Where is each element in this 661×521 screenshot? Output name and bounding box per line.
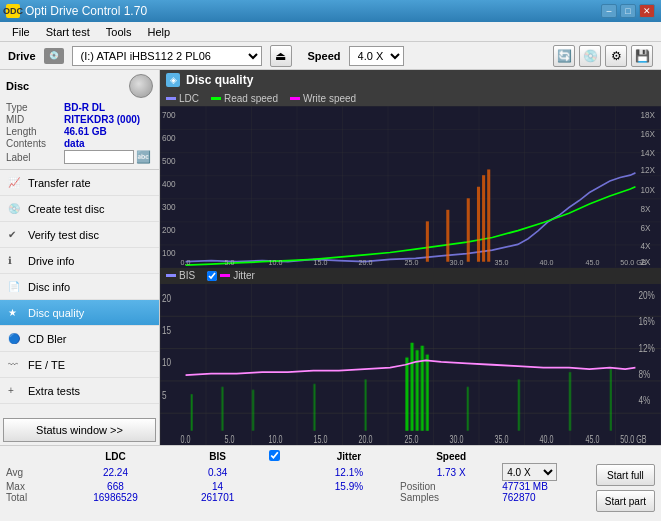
samples-value: 762870 xyxy=(502,492,590,503)
write-speed-legend-label: Write speed xyxy=(303,93,356,104)
svg-text:0.0: 0.0 xyxy=(181,258,191,268)
svg-text:15: 15 xyxy=(162,323,171,336)
menu-start-test[interactable]: Start test xyxy=(38,24,98,40)
svg-text:20%: 20% xyxy=(639,288,655,301)
speed-select-stats[interactable]: 4.0 X xyxy=(502,463,557,481)
close-button[interactable]: ✕ xyxy=(639,4,655,18)
create-disc-label: Create test disc xyxy=(28,203,104,215)
menu-tools[interactable]: Tools xyxy=(98,24,140,40)
contents-label: Contents xyxy=(6,138,64,149)
sidebar-item-create-test-disc[interactable]: 💿 Create test disc xyxy=(0,196,159,222)
svg-text:14X: 14X xyxy=(641,147,656,158)
speed-label: Speed xyxy=(308,50,341,62)
disc-section-title: Disc xyxy=(6,80,29,92)
sidebar-item-disc-info[interactable]: 📄 Disc info xyxy=(0,274,159,300)
sidebar-item-verify-test-disc[interactable]: ✔ Verify test disc xyxy=(0,222,159,248)
position-label: Position xyxy=(400,481,502,492)
jitter-legend-label: Jitter xyxy=(233,270,255,281)
sidebar-item-transfer-rate[interactable]: 📈 Transfer rate xyxy=(0,170,159,196)
disc-quality-label: Disc quality xyxy=(28,307,84,319)
jitter-col-header: Jitter xyxy=(298,450,400,463)
drive-select[interactable]: (I:) ATAPI iHBS112 2 PL06 xyxy=(72,46,262,66)
maximize-button[interactable]: □ xyxy=(620,4,636,18)
avg-bis: 0.34 xyxy=(167,463,269,481)
drive-info-icon: ℹ xyxy=(8,255,24,266)
chart-title-bar: ◈ Disc quality xyxy=(160,70,661,90)
svg-text:20.0: 20.0 xyxy=(359,433,373,445)
svg-text:50.0 GB: 50.0 GB xyxy=(620,433,646,445)
verify-disc-label: Verify test disc xyxy=(28,229,99,241)
svg-text:5.0: 5.0 xyxy=(225,433,235,445)
svg-rect-65 xyxy=(569,372,571,431)
eject-button[interactable]: ⏏ xyxy=(270,45,292,67)
window-controls: – □ ✕ xyxy=(601,4,655,18)
legend-jitter: Jitter xyxy=(207,270,255,281)
title-bar: ODC Opti Drive Control 1.70 – □ ✕ xyxy=(0,0,661,22)
fe-te-label: FE / TE xyxy=(28,359,65,371)
disc-label-icon[interactable]: 🔤 xyxy=(136,150,151,164)
fe-te-icon: 〰 xyxy=(8,359,24,370)
read-speed-legend-color xyxy=(211,97,221,100)
save-button[interactable]: 💾 xyxy=(631,45,653,67)
legend-read-speed: Read speed xyxy=(211,93,278,104)
max-bis: 14 xyxy=(167,481,269,492)
jitter-stats-checkbox[interactable] xyxy=(269,450,280,461)
upper-chart-legend: LDC Read speed Write speed xyxy=(160,90,661,106)
minimize-button[interactable]: – xyxy=(601,4,617,18)
speed-select[interactable]: 4.0 X xyxy=(349,46,404,66)
svg-rect-25 xyxy=(482,175,485,262)
disc-graphic xyxy=(129,74,153,98)
svg-text:0.0: 0.0 xyxy=(181,433,191,445)
disc-button[interactable]: 💿 xyxy=(579,45,601,67)
settings-button[interactable]: ⚙ xyxy=(605,45,627,67)
svg-text:6X: 6X xyxy=(641,222,651,233)
verify-disc-icon: ✔ xyxy=(8,229,24,240)
menu-help[interactable]: Help xyxy=(139,24,178,40)
svg-text:5.0: 5.0 xyxy=(225,258,235,268)
sidebar-item-fe-te[interactable]: 〰 FE / TE xyxy=(0,352,159,378)
total-ldc: 16986529 xyxy=(64,492,166,503)
svg-text:35.0: 35.0 xyxy=(495,258,509,268)
drive-bar: Drive 💿 (I:) ATAPI iHBS112 2 PL06 ⏏ Spee… xyxy=(0,42,661,70)
refresh-button[interactable]: 🔄 xyxy=(553,45,575,67)
length-label: Length xyxy=(6,126,64,137)
svg-text:25.0: 25.0 xyxy=(405,258,419,268)
drive-info-label: Drive info xyxy=(28,255,74,267)
sidebar-item-extra-tests[interactable]: + Extra tests xyxy=(0,378,159,404)
svg-rect-62 xyxy=(364,379,366,430)
upper-chart: 700 600 500 400 300 200 100 18X 16X 14X … xyxy=(160,106,661,268)
disc-quality-icon: ★ xyxy=(8,307,24,318)
svg-text:30.0: 30.0 xyxy=(450,258,464,268)
svg-rect-53 xyxy=(405,357,408,430)
svg-text:35.0: 35.0 xyxy=(495,433,509,445)
nav-list: 📈 Transfer rate 💿 Create test disc ✔ Ver… xyxy=(0,170,159,415)
drive-action-icons: 🔄 💿 ⚙ 💾 xyxy=(553,45,653,67)
legend-write-speed: Write speed xyxy=(290,93,356,104)
jitter-checkbox[interactable] xyxy=(207,271,217,281)
sidebar-item-drive-info[interactable]: ℹ Drive info xyxy=(0,248,159,274)
svg-text:4%: 4% xyxy=(639,393,651,406)
transfer-rate-icon: 📈 xyxy=(8,177,24,188)
svg-rect-24 xyxy=(477,187,480,262)
start-part-button[interactable]: Start part xyxy=(596,490,655,512)
stats-area: LDC BIS Jitter Speed Avg 22.24 0.34 12.1… xyxy=(0,445,661,521)
svg-text:15.0: 15.0 xyxy=(314,433,328,445)
status-window-button[interactable]: Status window >> xyxy=(3,418,156,442)
sidebar-item-cd-bler[interactable]: 🔵 CD Bler xyxy=(0,326,159,352)
disc-label-input[interactable] xyxy=(64,150,134,164)
svg-rect-26 xyxy=(487,169,490,261)
ldc-col-header: LDC xyxy=(64,450,166,463)
svg-text:16X: 16X xyxy=(641,129,656,140)
bis-col-header: BIS xyxy=(167,450,269,463)
sidebar-item-disc-quality[interactable]: ★ Disc quality xyxy=(0,300,159,326)
svg-rect-66 xyxy=(610,369,612,431)
svg-text:300: 300 xyxy=(162,201,176,212)
transfer-rate-label: Transfer rate xyxy=(28,177,91,189)
disc-panel: Disc Type BD-R DL MID RITEKDR3 (000) Len… xyxy=(0,70,159,170)
svg-rect-4 xyxy=(160,106,661,268)
svg-rect-63 xyxy=(467,386,469,430)
menu-file[interactable]: File xyxy=(4,24,38,40)
bis-legend-label: BIS xyxy=(179,270,195,281)
start-full-button[interactable]: Start full xyxy=(596,464,655,486)
extra-tests-icon: + xyxy=(8,385,24,396)
